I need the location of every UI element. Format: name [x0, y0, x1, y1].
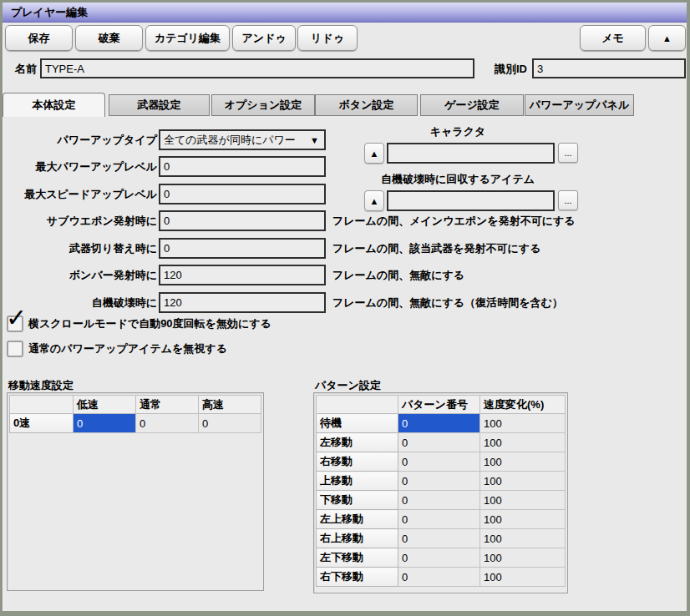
character-input[interactable] — [387, 143, 555, 164]
ship-destroy-frames-input-value: 120 — [164, 296, 182, 309]
window-title: プレイヤー編集 — [3, 5, 88, 20]
speed-table-header-cell: 高速 — [199, 396, 261, 414]
speed-change-cell[interactable]: 100 — [480, 414, 566, 433]
speed-change-cell[interactable]: 100 — [480, 568, 566, 587]
powerup-type-dropdown[interactable]: 全ての武器が同時にパワー▼ — [159, 129, 326, 150]
undo-button[interactable]: アンドゥ — [232, 25, 296, 51]
max-speedup-level-input-value: 0 — [164, 188, 170, 200]
weapon-switch-frames-input-suffix: フレームの間、該当武器を発射不可にする — [332, 238, 540, 259]
pattern-table-row: 左下移動0100 — [317, 548, 566, 568]
speed-table-cell[interactable]: 0 — [74, 414, 136, 433]
max-speedup-level-input[interactable]: 0 — [159, 184, 326, 204]
pattern-row-label[interactable]: 左下移動 — [317, 548, 398, 568]
pattern-number-cell[interactable]: 0 — [398, 548, 480, 568]
max-powerup-level-input-value: 0 — [164, 160, 170, 173]
speed-change-cell[interactable]: 100 — [480, 472, 566, 491]
speed-table-header-cell: 通常 — [136, 396, 199, 414]
pattern-table: パターン番号速度変化(%)待機0100左移動0100右移動0100上移動0100… — [316, 395, 566, 587]
max-powerup-level-input-label: 最大パワーアップレベル — [3, 156, 157, 177]
recover-item-input[interactable] — [387, 190, 555, 211]
speed-change-cell[interactable]: 100 — [480, 548, 566, 568]
pattern-table-container: パターン番号速度変化(%)待機0100左移動0100右移動0100上移動0100… — [313, 392, 568, 593]
memo-button[interactable]: メモ — [580, 25, 646, 51]
subweapon-fire-frames-input-value: 0 — [164, 215, 170, 227]
pattern-table-row: 左移動0100 — [317, 433, 566, 452]
discard-button[interactable]: 破棄 — [75, 25, 143, 51]
pattern-table-title: パターン設定 — [315, 378, 381, 393]
speed-change-cell[interactable]: 100 — [480, 510, 566, 529]
pattern-number-cell[interactable]: 0 — [398, 433, 480, 452]
speed-table-title: 移動速度設定 — [8, 378, 74, 393]
speed-table-cell[interactable]: 0 — [136, 414, 199, 433]
pattern-table-header-cell: パターン番号 — [398, 396, 480, 414]
pattern-number-cell[interactable]: 0 — [398, 491, 480, 510]
pattern-number-cell[interactable]: 0 — [398, 568, 480, 587]
speed-change-cell[interactable]: 100 — [480, 452, 566, 472]
speed-change-cell[interactable]: 100 — [480, 491, 566, 510]
pattern-row-label[interactable]: 右上移動 — [317, 529, 398, 548]
pattern-number-cell[interactable]: 0 — [398, 472, 480, 491]
collapse-button[interactable]: ▲ — [648, 25, 686, 51]
tab-powerup-panel[interactable]: パワーアップパネル — [525, 94, 634, 116]
character-up-button[interactable]: ▲ — [364, 143, 384, 164]
category-edit-button[interactable]: カテゴリ編集 — [145, 25, 230, 51]
tab-weapon-settings[interactable]: 武器設定 — [109, 94, 210, 116]
pattern-table-header-row: パターン番号速度変化(%) — [317, 396, 566, 414]
pattern-number-cell[interactable]: 0 — [398, 452, 480, 472]
speed-change-cell[interactable]: 100 — [480, 529, 566, 548]
speed-table-row: 0速000 — [10, 414, 261, 433]
speed-table-header-cell — [10, 396, 74, 414]
speed-table: 低速通常高速0速000 — [9, 395, 261, 433]
powerup-type-dropdown-value: 全ての武器が同時にパワー — [164, 133, 296, 148]
pattern-number-cell[interactable]: 0 — [398, 529, 480, 548]
pattern-row-label[interactable]: 下移動 — [317, 491, 398, 510]
max-speedup-level-input-label: 最大スピードアップレベル — [3, 184, 157, 204]
check-icon: ✓ — [6, 305, 27, 331]
id-label: 識別ID — [495, 62, 527, 77]
pattern-number-cell[interactable]: 0 — [398, 414, 480, 433]
id-value: 3 — [537, 63, 543, 75]
redo-button[interactable]: リドゥ — [297, 25, 358, 51]
speed-table-container: 低速通常高速0速000 — [7, 392, 264, 591]
pattern-row-label[interactable]: 左上移動 — [317, 510, 398, 529]
pattern-table-row: 下移動0100 — [317, 491, 566, 510]
character-browse-button[interactable]: ... — [558, 143, 578, 163]
pattern-row-label[interactable]: 待機 — [317, 414, 398, 433]
name-input[interactable]: TYPE-A — [40, 58, 474, 78]
speed-change-cell[interactable]: 100 — [480, 433, 566, 452]
speed-row-label[interactable]: 0速 — [10, 414, 74, 433]
tab-button-settings[interactable]: ボタン設定 — [315, 94, 418, 116]
pattern-row-label[interactable]: 右下移動 — [317, 568, 398, 587]
dialog-client-area: プレイヤー編集 保存破棄カテゴリ編集アンドゥリドゥメモ▲ 名前 TYPE-A 識… — [3, 3, 687, 611]
name-value: TYPE-A — [45, 63, 84, 75]
window-titlebar[interactable]: プレイヤー編集 — [3, 3, 687, 23]
id-input[interactable]: 3 — [532, 58, 686, 78]
max-powerup-level-input[interactable]: 0 — [159, 156, 326, 177]
bomber-fire-frames-input[interactable]: 120 — [159, 265, 326, 285]
recover-item-up-button[interactable]: ▲ — [364, 190, 384, 211]
save-button[interactable]: 保存 — [5, 25, 73, 51]
pattern-table-header-cell: 速度変化(%) — [480, 396, 566, 414]
pattern-table-row: 右上移動0100 — [317, 529, 566, 548]
subweapon-fire-frames-input-suffix: フレームの間、メインウエポンを発射不可にする — [332, 210, 576, 231]
recover-item-browse-button[interactable]: ... — [558, 190, 578, 210]
bomber-fire-frames-input-label: ボンバー発射時に — [3, 265, 157, 285]
pattern-number-cell[interactable]: 0 — [398, 510, 480, 529]
weapon-switch-frames-input[interactable]: 0 — [159, 238, 326, 259]
pattern-row-label[interactable]: 左移動 — [317, 433, 398, 452]
pattern-row-label[interactable]: 上移動 — [317, 472, 398, 491]
subweapon-fire-frames-input[interactable]: 0 — [159, 210, 326, 231]
tab-body-settings[interactable]: 本体設定 — [3, 93, 105, 117]
ignore-powerup-items-checkbox-label: 通常のパワーアップアイテムを無視する — [28, 341, 227, 357]
dropdown-arrow-icon: ▼ — [310, 135, 319, 145]
pattern-table-row: 右下移動0100 — [317, 568, 566, 587]
bomber-fire-frames-input-suffix: フレームの間、無敵にする — [332, 265, 464, 285]
ship-destroy-frames-input[interactable]: 120 — [159, 292, 326, 313]
pattern-row-label[interactable]: 右移動 — [317, 452, 398, 472]
tab-gauge-settings[interactable]: ゲージ設定 — [420, 94, 524, 116]
pattern-table-header-cell — [317, 396, 398, 414]
pattern-table-row: 待機0100 — [317, 414, 566, 433]
speed-table-cell[interactable]: 0 — [199, 414, 261, 433]
tab-option-settings[interactable]: オプション設定 — [211, 94, 315, 116]
ignore-powerup-items-checkbox[interactable] — [7, 341, 23, 357]
